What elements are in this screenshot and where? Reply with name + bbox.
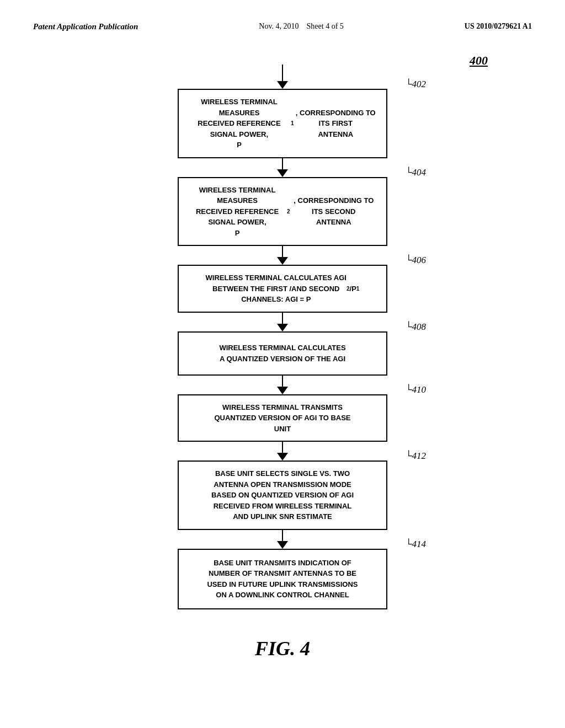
arrow-line-3 bbox=[282, 313, 283, 324]
box-row-410: WIRELESS TERMINAL TRANSMITSQUANTIZED VER… bbox=[33, 394, 532, 442]
box-container-404: WIRELESS TERMINAL MEASURESRECEIVED REFER… bbox=[178, 177, 387, 247]
box-container-402: WIRELESS TERMINAL MEASURESRECEIVED REFER… bbox=[178, 89, 387, 158]
flow-box-410: WIRELESS TERMINAL TRANSMITSQUANTIZED VER… bbox=[178, 394, 387, 442]
header-center: Nov. 4, 2010 Sheet 4 of 5 bbox=[259, 22, 343, 31]
arrow-line-2 bbox=[282, 246, 283, 257]
arrow-line-4 bbox=[282, 376, 283, 387]
page-container: Patent Application Publication Nov. 4, 2… bbox=[0, 0, 565, 728]
flow-box-412: BASE UNIT SELECTS SINGLE VS. TWOANTENNA … bbox=[178, 461, 387, 530]
arrow-line-6 bbox=[282, 530, 283, 541]
box-row-414: BASE UNIT TRANSMITS INDICATION OFNUMBER … bbox=[33, 549, 532, 609]
arrow-head-1 bbox=[277, 169, 288, 177]
ref-label-412: └412 bbox=[405, 451, 426, 462]
ref-label-410: └410 bbox=[405, 384, 426, 395]
arrow-head-5 bbox=[277, 453, 288, 461]
initial-arrow bbox=[277, 65, 288, 89]
figure-caption: FIG. 4 bbox=[33, 637, 532, 660]
ref-label-408: └408 bbox=[405, 322, 426, 333]
connector-1 bbox=[277, 158, 288, 177]
publication-label: Patent Application Publication bbox=[33, 22, 138, 31]
page-header: Patent Application Publication Nov. 4, 2… bbox=[33, 22, 532, 31]
ref-label-402: └402 bbox=[405, 79, 426, 90]
ref-label-404: └404 bbox=[405, 167, 426, 178]
connector-2 bbox=[277, 246, 288, 265]
flow-step-410: WIRELESS TERMINAL TRANSMITSQUANTIZED VER… bbox=[33, 394, 532, 442]
flow-step-414: BASE UNIT TRANSMITS INDICATION OFNUMBER … bbox=[33, 549, 532, 609]
publication-date: Nov. 4, 2010 bbox=[259, 22, 299, 30]
ref-label-406: └406 bbox=[405, 255, 426, 266]
flow-wrapper: WIRELESS TERMINAL MEASURESRECEIVED REFER… bbox=[33, 53, 532, 609]
figure-number-top: 400 bbox=[470, 53, 488, 68]
box-row-412: BASE UNIT SELECTS SINGLE VS. TWOANTENNA … bbox=[33, 461, 532, 530]
ref-label-414: └414 bbox=[405, 539, 426, 550]
patent-number: US 2010/0279621 A1 bbox=[465, 22, 532, 31]
box-container-410: WIRELESS TERMINAL TRANSMITSQUANTIZED VER… bbox=[178, 394, 387, 442]
arrow-head-6 bbox=[277, 541, 288, 549]
box-row-406: WIRELESS TERMINAL CALCULATES AGIBETWEEN … bbox=[33, 265, 532, 313]
diagram-container: 400 WIRELESS TERMINAL MEASURESRECEIVED R… bbox=[33, 53, 532, 609]
flow-box-404: WIRELESS TERMINAL MEASURESRECEIVED REFER… bbox=[178, 177, 387, 247]
connector-3 bbox=[277, 313, 288, 331]
sheet-info: Sheet 4 of 5 bbox=[307, 22, 344, 30]
flow-box-414: BASE UNIT TRANSMITS INDICATION OFNUMBER … bbox=[178, 549, 387, 609]
flow-box-402: WIRELESS TERMINAL MEASURESRECEIVED REFER… bbox=[178, 89, 387, 158]
flow-step-404: WIRELESS TERMINAL MEASURESRECEIVED REFER… bbox=[33, 177, 532, 247]
box-row-404: WIRELESS TERMINAL MEASURESRECEIVED REFER… bbox=[33, 177, 532, 247]
flow-step-412: BASE UNIT SELECTS SINGLE VS. TWOANTENNA … bbox=[33, 461, 532, 530]
arrow-head-top bbox=[277, 81, 288, 89]
box-container-408: WIRELESS TERMINAL CALCULATESA QUANTIZED … bbox=[178, 331, 387, 376]
arrow-line-top bbox=[282, 65, 283, 81]
arrow-line-5 bbox=[282, 442, 283, 453]
flow-step-408: WIRELESS TERMINAL CALCULATESA QUANTIZED … bbox=[33, 331, 532, 376]
arrow-head-4 bbox=[277, 387, 288, 394]
flow-step-402: WIRELESS TERMINAL MEASURESRECEIVED REFER… bbox=[33, 89, 532, 158]
flow-box-406: WIRELESS TERMINAL CALCULATES AGIBETWEEN … bbox=[178, 265, 387, 313]
box-row-402: WIRELESS TERMINAL MEASURESRECEIVED REFER… bbox=[33, 89, 532, 158]
flow-box-408: WIRELESS TERMINAL CALCULATESA QUANTIZED … bbox=[178, 331, 387, 376]
connector-4 bbox=[277, 376, 288, 394]
arrow-head-2 bbox=[277, 257, 288, 265]
arrow-line-1 bbox=[282, 158, 283, 169]
arrow-head-3 bbox=[277, 324, 288, 331]
box-row-408: WIRELESS TERMINAL CALCULATESA QUANTIZED … bbox=[33, 331, 532, 376]
flow-step-406: WIRELESS TERMINAL CALCULATES AGIBETWEEN … bbox=[33, 265, 532, 313]
box-container-412: BASE UNIT SELECTS SINGLE VS. TWOANTENNA … bbox=[178, 461, 387, 530]
connector-5 bbox=[277, 442, 288, 461]
box-container-406: WIRELESS TERMINAL CALCULATES AGIBETWEEN … bbox=[178, 265, 387, 313]
box-container-414: BASE UNIT TRANSMITS INDICATION OFNUMBER … bbox=[178, 549, 387, 609]
connector-6 bbox=[277, 530, 288, 549]
